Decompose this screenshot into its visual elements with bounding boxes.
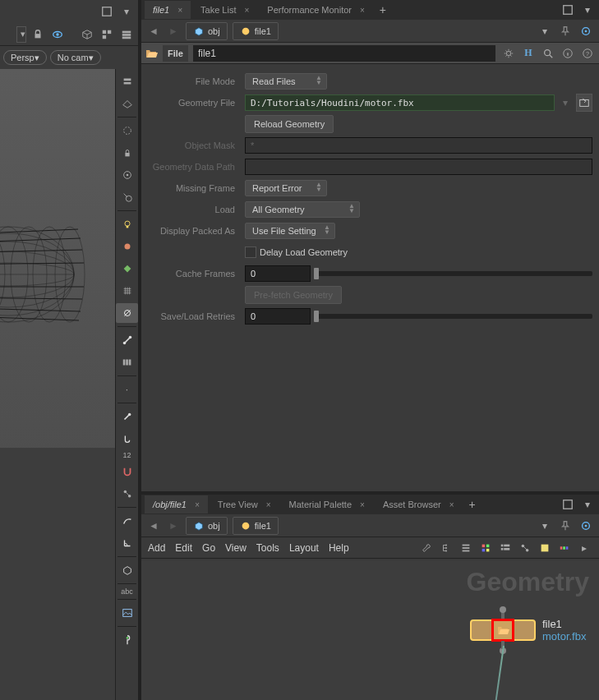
add-tab-button[interactable]: + xyxy=(464,498,481,511)
reference-plane-icon[interactable] xyxy=(117,94,137,113)
grid-icon[interactable] xyxy=(117,281,137,301)
target-ring-icon[interactable] xyxy=(578,23,594,39)
list-view-icon[interactable] xyxy=(458,540,474,556)
3d-viewport[interactable] xyxy=(0,69,115,700)
lock-icon[interactable] xyxy=(30,26,46,43)
play-icon[interactable]: ▸ xyxy=(576,540,592,556)
wrench-icon[interactable] xyxy=(418,540,435,556)
close-icon[interactable]: × xyxy=(360,500,365,509)
tab-performance-monitor[interactable]: Performance Monitor× xyxy=(259,1,373,19)
target-icon[interactable] xyxy=(117,165,137,185)
chevron-down-icon[interactable]: ▾ xyxy=(537,518,553,534)
padlock-small-icon[interactable] xyxy=(117,143,137,163)
add-tab-button[interactable]: + xyxy=(375,3,391,16)
small-dot-icon[interactable]: · xyxy=(117,380,137,399)
image-icon[interactable] xyxy=(117,603,137,623)
close-icon[interactable]: × xyxy=(449,500,454,509)
chevron-down-icon[interactable]: ▾ xyxy=(537,23,553,39)
stack-icon[interactable] xyxy=(118,26,135,43)
brush-icon[interactable] xyxy=(117,407,137,426)
maximize-icon[interactable] xyxy=(560,496,576,513)
menu-view[interactable]: View xyxy=(225,542,247,554)
viewport-layout-menu[interactable]: ▾ xyxy=(16,26,26,43)
load-dropdown[interactable]: All Geometry▲▼ xyxy=(245,201,360,218)
delay-load-checkbox[interactable] xyxy=(245,246,256,258)
boxes-icon[interactable] xyxy=(99,26,115,43)
save-retries-input[interactable] xyxy=(245,308,311,325)
menu-tools[interactable]: Tools xyxy=(256,542,279,554)
close-icon[interactable]: × xyxy=(360,6,365,15)
menu-go[interactable]: Go xyxy=(202,542,215,554)
display-packed-dropdown[interactable]: Use File Setting▲▼ xyxy=(245,223,335,239)
hook-icon[interactable] xyxy=(117,429,137,449)
abc-label[interactable]: abc xyxy=(116,587,138,596)
row-icon[interactable] xyxy=(117,352,137,372)
tree-icon[interactable] xyxy=(438,540,454,556)
pin-marker-icon[interactable] xyxy=(117,630,137,650)
menu-add[interactable]: Add xyxy=(148,542,165,554)
close-icon[interactable]: × xyxy=(195,500,200,509)
palette-icon[interactable] xyxy=(556,540,573,556)
cache-frames-input[interactable] xyxy=(245,265,311,282)
net-path-node-chip[interactable]: file1 xyxy=(233,517,279,535)
save-retries-slider[interactable] xyxy=(314,314,592,319)
maximize-icon[interactable] xyxy=(560,2,576,18)
file-mode-dropdown[interactable]: Read Files▲▼ xyxy=(245,73,327,90)
node-name-input[interactable] xyxy=(193,45,495,62)
back-button[interactable]: ◄ xyxy=(146,24,161,39)
tab-take-list[interactable]: Take List× xyxy=(192,1,257,19)
tab-material-palette[interactable]: Material Palette× xyxy=(281,495,373,513)
cache-frames-slider[interactable] xyxy=(314,271,592,276)
display-item-icon[interactable] xyxy=(117,71,137,91)
network-canvas[interactable]: Geometry file1 motor.fbx xyxy=(141,560,599,700)
pane-menu-icon[interactable]: ▾ xyxy=(118,3,135,20)
geometry-data-path-input[interactable] xyxy=(245,159,592,175)
close-icon[interactable]: × xyxy=(177,6,182,15)
box-icon[interactable] xyxy=(79,26,95,43)
close-icon[interactable]: × xyxy=(244,6,249,15)
tab-asset-browser[interactable]: Asset Browser× xyxy=(375,495,463,513)
pin-icon[interactable] xyxy=(558,518,573,533)
help-icon[interactable]: ? xyxy=(579,45,596,62)
houdini-h-icon[interactable]: H xyxy=(520,45,537,62)
arrow-target-icon[interactable] xyxy=(117,187,137,207)
green-geo-icon[interactable] xyxy=(117,259,137,279)
browse-file-button[interactable] xyxy=(576,94,592,112)
node-input-connector[interactable] xyxy=(500,606,506,613)
eye-icon[interactable] xyxy=(49,26,66,43)
geometry-file-input[interactable] xyxy=(245,94,555,111)
gear-icon[interactable] xyxy=(500,45,517,62)
maximize-icon[interactable] xyxy=(99,3,115,20)
path-obj-chip[interactable]: obj xyxy=(186,22,228,40)
path-node-chip[interactable]: file1 xyxy=(233,22,279,40)
info-icon[interactable] xyxy=(560,45,576,62)
sticky-icon[interactable] xyxy=(537,540,553,556)
camera-persp-menu[interactable]: Persp ▾ xyxy=(3,50,47,65)
pane-menu-icon[interactable]: ▾ xyxy=(579,496,596,513)
target-ring-icon[interactable] xyxy=(578,518,594,534)
forward-button[interactable]: ► xyxy=(166,24,181,39)
display-opts-icon[interactable] xyxy=(117,303,137,323)
chevron-down-icon[interactable]: ▾ xyxy=(558,94,573,111)
close-icon[interactable]: × xyxy=(266,500,271,509)
missing-frame-dropdown[interactable]: Report Error▲▼ xyxy=(245,180,327,196)
tab-network-path[interactable]: /obj/file1× xyxy=(145,495,208,513)
tab-file1[interactable]: file1× xyxy=(145,1,191,19)
menu-help[interactable]: Help xyxy=(329,542,349,554)
forward-button[interactable]: ► xyxy=(166,518,181,533)
steps-12-label[interactable]: 12 xyxy=(116,451,138,459)
angle-icon[interactable] xyxy=(117,533,137,553)
camera-nocam-menu[interactable]: No cam ▾ xyxy=(50,50,101,65)
pin-icon[interactable] xyxy=(558,24,573,39)
magnet-icon[interactable] xyxy=(117,462,137,481)
connector-icon[interactable] xyxy=(117,484,137,504)
tab-tree-view[interactable]: Tree View× xyxy=(210,495,279,513)
prefetch-button[interactable]: Pre-fetch Geometry xyxy=(245,286,342,304)
back-button[interactable]: ◄ xyxy=(146,518,161,533)
object-mask-input[interactable] xyxy=(245,137,592,154)
bone-icon[interactable] xyxy=(117,330,137,350)
grid-view-icon[interactable] xyxy=(477,540,494,556)
orange-dot-icon[interactable] xyxy=(117,237,137,256)
search-icon[interactable] xyxy=(540,45,556,62)
cube-icon[interactable] xyxy=(117,560,137,580)
